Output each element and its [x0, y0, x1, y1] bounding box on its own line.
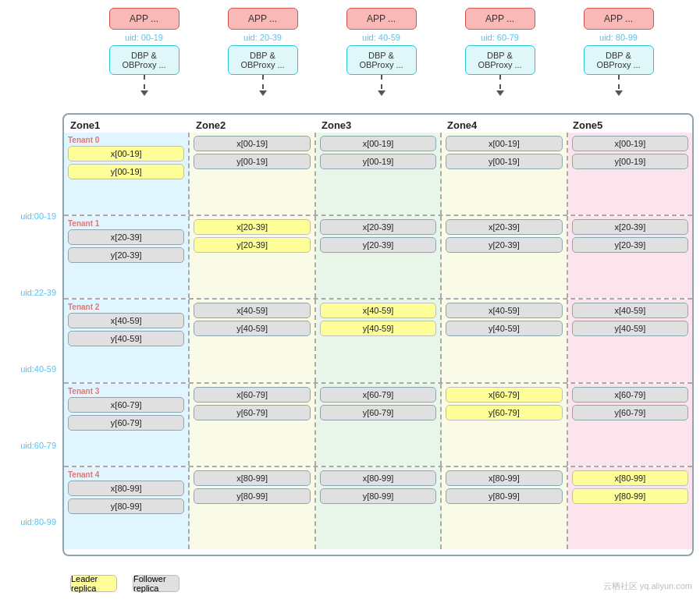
x-box-t0-z1: x[00-19] — [194, 136, 310, 151]
zone-cell-t1-z3: x[20-39]y[20-39] — [442, 216, 567, 298]
x-box-t1-z3: x[20-39] — [446, 219, 562, 235]
uid-label-3: uid: 60-79 — [481, 33, 519, 42]
zone-cell-t4-z2: x[80-99]y[80-99] — [316, 467, 442, 549]
zone-cell-t1-z4: x[20-39]y[20-39] — [568, 216, 692, 298]
zone-cell-t2-z4: x[40-59]y[40-59] — [568, 300, 692, 381]
zone-cell-t4-z4: x[80-99]y[80-99] — [568, 467, 692, 549]
x-box-t1-z4: x[20-39] — [572, 219, 688, 235]
y-box-t3-z1: y[60-79] — [194, 405, 310, 420]
app-box-2: APP ... — [346, 8, 417, 30]
x-box-t2-z2: x[40-59] — [320, 303, 436, 318]
y-box-t4-z1: y[80-99] — [194, 488, 310, 504]
dbp-box-1: DBP & OBProxy ... — [228, 45, 298, 75]
follower-legend-label: Follower replica — [133, 574, 179, 593]
uid-row-label-0: uid:00-19 — [20, 211, 56, 221]
zone2-header: Zone2 — [190, 119, 315, 131]
uid-row-label-2: uid:40-59 — [20, 364, 56, 374]
zone-cell-t4-z1: x[80-99]y[80-99] — [190, 467, 315, 549]
tenant-label-2: Tenant 2 — [68, 303, 184, 311]
zone-cell-t0-z0: Tenant 0x[00-19]y[00-19] — [64, 133, 190, 215]
y-box-t1-z2: y[20-39] — [320, 237, 436, 253]
x-box-t4-z2: x[80-99] — [320, 470, 436, 486]
app-column-0: APP ... uid: 00-19 DBP & OBProxy ... — [85, 8, 204, 98]
zone1-header: Zone1 — [64, 119, 190, 131]
y-box-t3-z2: y[60-79] — [320, 405, 436, 420]
zone-header-bar: Zone1 Zone2 Zone3 Zone4 Zone5 — [64, 115, 692, 133]
tenant-row-4: Tenant 4x[80-99]y[80-99]x[80-99]y[80-99]… — [64, 467, 692, 549]
dashed-line-0 — [144, 75, 145, 89]
x-box-t4-z1: x[80-99] — [194, 470, 310, 486]
main-grid: Zone1 Zone2 Zone3 Zone4 Zone5 Tenant 0x[… — [62, 113, 694, 556]
tenant-label-0: Tenant 0 — [68, 136, 184, 144]
zone-cell-t1-z2: x[20-39]y[20-39] — [316, 216, 442, 298]
app-column-1: APP ... uid: 20-39 DBP & OBProxy ... — [204, 8, 322, 98]
dbp-box-0: DBP & OBProxy ... — [109, 45, 179, 75]
y-box-t0-z2: y[00-19] — [320, 154, 436, 169]
zone-cell-t1-z0: Tenant 1x[20-39]y[20-39] — [64, 216, 190, 298]
dashed-line-2 — [381, 75, 382, 89]
zone3-header: Zone3 — [315, 119, 441, 131]
zone-cell-t3-z4: x[60-79]y[60-79] — [568, 384, 692, 466]
x-box-t2-z0: x[40-59] — [68, 313, 184, 328]
y-box-t1-z4: y[20-39] — [572, 237, 688, 253]
arrow-down-3 — [496, 90, 504, 96]
x-box-t2-z3: x[40-59] — [446, 303, 562, 318]
top-section: APP ... uid: 00-19 DBP & OBProxy ... APP… — [62, 0, 700, 98]
dashed-line-4 — [618, 75, 620, 89]
x-box-t1-z0: x[20-39] — [68, 229, 184, 245]
uid-label-0: uid: 00-19 — [125, 33, 163, 42]
x-box-t2-z1: x[40-59] — [194, 303, 310, 318]
y-box-t4-z4: y[80-99] — [572, 488, 688, 504]
tenant-row-3: Tenant 3x[60-79]y[60-79]x[60-79]y[60-79]… — [64, 384, 692, 467]
app-column-2: APP ... uid: 40-59 DBP & OBProxy ... — [322, 8, 441, 98]
tenant-label-1: Tenant 1 — [68, 219, 184, 228]
zone-cell-t4-z0: Tenant 4x[80-99]y[80-99] — [64, 467, 190, 549]
x-box-t0-z0: x[00-19] — [68, 146, 184, 161]
y-box-t2-z4: y[40-59] — [572, 321, 688, 336]
zone-cell-t3-z1: x[60-79]y[60-79] — [190, 384, 315, 466]
uid-row-labels: uid:00-19 uid:22-39 uid:40-59 uid:60-79 … — [0, 178, 61, 560]
y-box-t0-z3: y[00-19] — [446, 154, 562, 169]
app-column-3: APP ... uid: 60-79 DBP & OBProxy ... — [441, 8, 560, 98]
x-box-t2-z4: x[40-59] — [572, 303, 688, 318]
x-box-t0-z3: x[00-19] — [446, 136, 562, 151]
dbp-box-2: DBP & OBProxy ... — [346, 45, 417, 75]
y-box-t0-z4: y[00-19] — [572, 154, 688, 169]
uid-label-1: uid: 20-39 — [243, 33, 282, 42]
y-box-t1-z0: y[20-39] — [68, 247, 184, 263]
y-box-t3-z3: y[60-79] — [446, 405, 562, 420]
app-box-4: APP ... — [584, 8, 654, 30]
arrow-down-2 — [378, 90, 386, 96]
zone-cell-t0-z2: x[00-19]y[00-19] — [316, 133, 442, 215]
zone5-header: Zone5 — [567, 119, 692, 131]
x-box-t0-z2: x[00-19] — [320, 136, 436, 151]
zone-cell-t2-z0: Tenant 2x[40-59]y[40-59] — [64, 300, 190, 381]
y-box-t4-z2: y[80-99] — [320, 488, 436, 504]
arrow-down-0 — [140, 90, 148, 96]
y-box-t1-z1: y[20-39] — [194, 237, 310, 253]
zone-cell-t3-z2: x[60-79]y[60-79] — [316, 384, 442, 466]
zone-cell-t0-z4: x[00-19]y[00-19] — [568, 133, 692, 215]
x-box-t1-z2: x[20-39] — [320, 219, 436, 235]
zone-cell-t0-z1: x[00-19]y[00-19] — [190, 133, 315, 215]
arrow-down-4 — [615, 90, 623, 96]
app-column-4: APP ... uid: 80-99 DBP & OBProxy ... — [560, 8, 678, 98]
y-box-t2-z3: y[40-59] — [446, 321, 562, 336]
x-box-t4-z0: x[80-99] — [68, 481, 184, 496]
follower-legend-item: Follower replica — [133, 575, 179, 592]
tenant-row-1: Tenant 1x[20-39]y[20-39]x[20-39]y[20-39]… — [64, 216, 692, 300]
y-box-t1-z3: y[20-39] — [446, 237, 562, 253]
y-box-t2-z1: y[40-59] — [194, 321, 310, 336]
legend: Leader replica Follower replica — [70, 575, 179, 592]
y-box-t3-z4: y[60-79] — [572, 405, 688, 420]
x-box-t3-z2: x[60-79] — [320, 387, 436, 403]
x-box-t3-z1: x[60-79] — [194, 387, 310, 403]
leader-legend-item: Leader replica — [70, 575, 117, 592]
y-box-t3-z0: y[60-79] — [68, 415, 184, 431]
zone-cell-t1-z1: x[20-39]y[20-39] — [190, 216, 315, 298]
y-box-t4-z3: y[80-99] — [446, 488, 562, 504]
leader-legend-label: Leader replica — [71, 574, 116, 593]
zone-cell-t4-z3: x[80-99]y[80-99] — [442, 467, 567, 549]
tenant-label-4: Tenant 4 — [68, 470, 184, 479]
uid-row-label-1: uid:22-39 — [20, 288, 56, 297]
